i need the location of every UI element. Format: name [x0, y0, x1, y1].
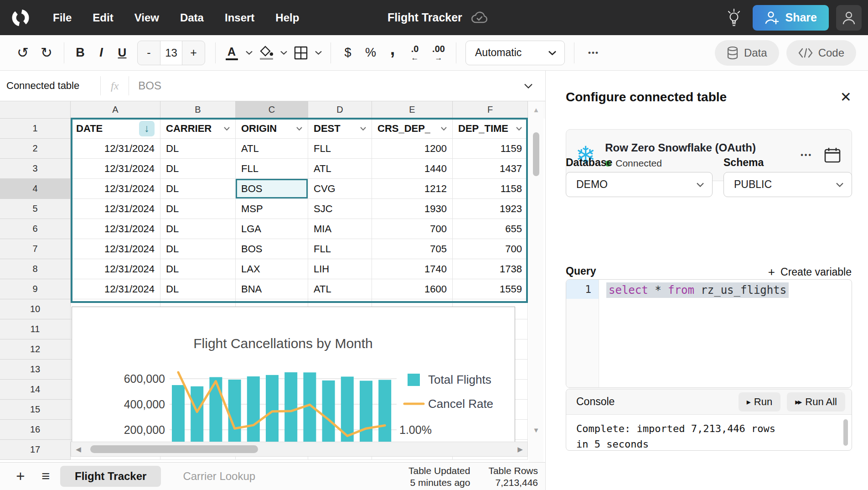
text-color-button[interactable]: A — [221, 41, 242, 65]
decrease-decimal-button[interactable]: .0 ← — [403, 41, 427, 65]
row-number-15[interactable]: 15 — [0, 400, 71, 420]
row-number-13[interactable]: 13 — [0, 360, 71, 380]
column-header-B[interactable]: B — [160, 101, 236, 119]
cell-E8[interactable]: 1740 — [372, 259, 453, 279]
console-output[interactable]: Complete: imported 7,213,446 rowsin 5 se… — [566, 415, 852, 451]
cell-F2[interactable]: 1159 — [453, 139, 528, 159]
filter-chevron-icon[interactable] — [516, 127, 522, 130]
menu-item-data[interactable]: Data — [173, 7, 211, 29]
borders-chevron-icon[interactable] — [311, 41, 325, 65]
horizontal-scroll-thumb[interactable] — [90, 445, 258, 453]
cell-B4[interactable]: DL — [160, 179, 236, 199]
sheet-list-menu-icon[interactable]: ≡ — [31, 468, 60, 485]
column-header-E[interactable]: E — [372, 101, 453, 119]
row-number-4[interactable]: 4 — [0, 179, 71, 199]
scroll-down-icon[interactable]: ▼ — [529, 426, 543, 434]
cell-C2[interactable]: ATL — [236, 139, 308, 159]
menu-item-edit[interactable]: Edit — [85, 7, 120, 29]
row-number-6[interactable]: 6 — [0, 219, 71, 239]
cell-A5[interactable]: 12/31/2024 — [71, 199, 160, 219]
rowzero-logo-icon[interactable] — [10, 7, 31, 28]
row-number-7[interactable]: 7 — [0, 239, 71, 259]
schedule-calendar-icon[interactable] — [824, 147, 841, 163]
fill-color-chevron-icon[interactable] — [277, 41, 290, 65]
scroll-right-icon[interactable]: ▶ — [513, 445, 527, 454]
code-panel-button[interactable]: Code — [786, 40, 856, 66]
increase-decimal-button[interactable]: .00 → — [427, 41, 450, 65]
cell-B5[interactable]: DL — [160, 199, 236, 219]
share-button[interactable]: Share — [753, 5, 829, 31]
cell-D8[interactable]: LIH — [308, 259, 372, 279]
close-icon[interactable]: ✕ — [840, 89, 852, 105]
row-number-14[interactable]: 14 — [0, 380, 71, 400]
create-variable-button[interactable]: + Create variable — [768, 265, 852, 279]
cell-D4[interactable]: CVG — [308, 179, 372, 199]
cell-D5[interactable]: SJC — [308, 199, 372, 219]
cell-A4[interactable]: 12/31/2024 — [71, 179, 160, 199]
menu-item-file[interactable]: File — [46, 7, 79, 29]
cell-B9[interactable]: DL — [160, 279, 236, 299]
column-header-F[interactable]: F — [453, 101, 528, 119]
formula-bar-expand-icon[interactable] — [524, 83, 545, 89]
toolbar-overflow-button[interactable]: ••• — [580, 41, 607, 65]
filter-chevron-icon[interactable] — [360, 127, 366, 130]
horizontal-scrollbar[interactable]: ◀ ▶ — [71, 442, 528, 457]
row-number-1[interactable]: 1 — [0, 119, 71, 139]
table-header-ORIGIN[interactable]: ORIGIN — [236, 119, 308, 139]
cell-E3[interactable]: 1440 — [372, 159, 453, 179]
vertical-scrollbar[interactable]: ▲ ▼ — [529, 101, 543, 462]
cell-C9[interactable]: BNA — [236, 279, 308, 299]
database-select[interactable]: DEMO — [566, 172, 713, 197]
row-number-8[interactable]: 8 — [0, 259, 71, 279]
cell-E5[interactable]: 1930 — [372, 199, 453, 219]
cell-C8[interactable]: LAX — [236, 259, 308, 279]
row-number-17[interactable]: 17 — [0, 440, 71, 460]
cell-E7[interactable]: 705 — [372, 239, 453, 259]
table-header-DEST[interactable]: DEST — [308, 119, 372, 139]
document-title[interactable]: Flight Tracker — [388, 11, 462, 24]
number-format-dropdown[interactable]: Automatic — [465, 41, 565, 65]
cell-F7[interactable]: 700 — [453, 239, 528, 259]
cell-B8[interactable]: DL — [160, 259, 236, 279]
sql-code-area[interactable]: select * from rz_us_flights — [599, 280, 852, 387]
filter-chevron-icon[interactable] — [224, 127, 230, 130]
run-all-button[interactable]: ▸▸ Run All — [787, 392, 845, 412]
font-size-increase-button[interactable]: + — [182, 41, 205, 65]
table-header-CRS_DEP_[interactable]: CRS_DEP_ — [372, 119, 453, 139]
comma-format-button[interactable]: , — [382, 37, 403, 61]
cell-A6[interactable]: 12/31/2024 — [71, 219, 160, 239]
column-header-D[interactable]: D — [308, 101, 372, 119]
sheet-tab-carrier-lookup[interactable]: Carrier Lookup — [168, 466, 270, 487]
cell-B7[interactable]: DL — [160, 239, 236, 259]
sql-statement[interactable]: select * from rz_us_flights — [606, 282, 789, 298]
sheet-tab-flight-tracker[interactable]: Flight Tracker — [60, 466, 161, 487]
cell-A7[interactable]: 12/31/2024 — [71, 239, 160, 259]
column-header-C[interactable]: C — [236, 101, 308, 119]
row-number-16[interactable]: 16 — [0, 420, 71, 440]
menu-item-view[interactable]: View — [127, 7, 166, 29]
cell-B6[interactable]: DL — [160, 219, 236, 239]
borders-button[interactable] — [290, 41, 311, 65]
schema-select[interactable]: PUBLIC — [723, 172, 852, 197]
cell-F9[interactable]: 1559 — [453, 279, 528, 299]
cell-D2[interactable]: FLL — [308, 139, 372, 159]
account-avatar-button[interactable] — [836, 5, 862, 31]
row-number-5[interactable]: 5 — [0, 199, 71, 219]
formula-input[interactable]: BOS — [129, 79, 524, 92]
cell-B2[interactable]: DL — [160, 139, 236, 159]
grid-corner[interactable] — [0, 101, 71, 119]
add-sheet-button[interactable]: + — [10, 468, 31, 485]
currency-format-button[interactable]: $ — [336, 41, 359, 65]
scroll-left-icon[interactable]: ◀ — [71, 445, 86, 454]
cell-C6[interactable]: LGA — [236, 219, 308, 239]
cell-A2[interactable]: 12/31/2024 — [71, 139, 160, 159]
fill-color-button[interactable] — [256, 41, 277, 65]
cell-E4[interactable]: 1212 — [372, 179, 453, 199]
cell-E9[interactable]: 1600 — [372, 279, 453, 299]
italic-button[interactable]: I — [91, 41, 112, 65]
cell-A8[interactable]: 12/31/2024 — [71, 259, 160, 279]
sort-desc-icon[interactable]: ↓ — [139, 121, 155, 136]
cell-A9[interactable]: 12/31/2024 — [71, 279, 160, 299]
scroll-up-icon[interactable]: ▲ — [529, 106, 543, 114]
row-number-3[interactable]: 3 — [0, 159, 71, 179]
